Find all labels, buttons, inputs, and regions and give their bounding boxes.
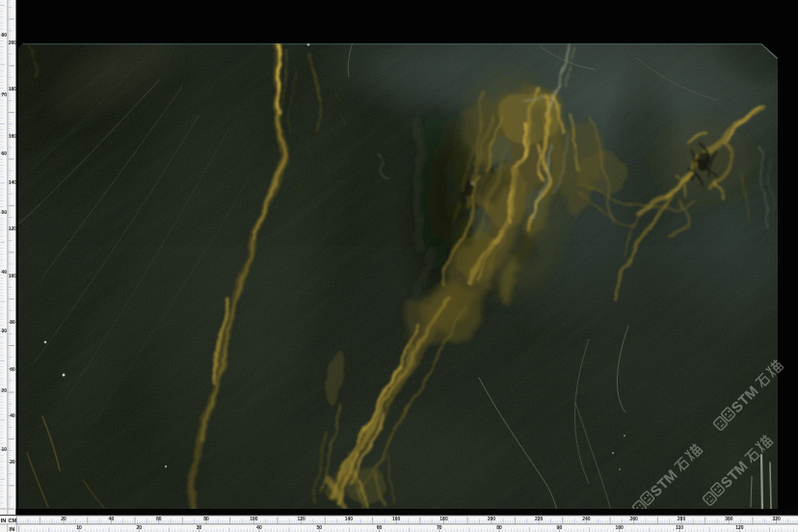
svg-text:280: 280: [678, 516, 686, 521]
svg-text:60: 60: [377, 524, 383, 530]
svg-text:120: 120: [297, 516, 306, 521]
svg-text:180: 180: [9, 87, 16, 92]
svg-text:160: 160: [392, 516, 401, 521]
svg-text:120: 120: [9, 226, 16, 231]
svg-text:120: 120: [735, 524, 744, 530]
svg-text:80: 80: [496, 524, 502, 530]
svg-text:200: 200: [488, 516, 496, 521]
svg-text:100: 100: [616, 524, 625, 530]
svg-text:40: 40: [2, 270, 8, 275]
svg-text:30: 30: [2, 329, 8, 333]
svg-text:50: 50: [2, 210, 8, 215]
svg-text:CM: CM: [8, 518, 16, 523]
svg-text:10: 10: [76, 524, 82, 530]
svg-text:180: 180: [439, 516, 448, 521]
svg-text:220: 220: [535, 516, 544, 521]
svg-text:100: 100: [250, 516, 258, 521]
svg-text:40: 40: [109, 516, 115, 521]
svg-text:60: 60: [156, 516, 162, 521]
svg-text:70: 70: [437, 524, 442, 530]
svg-text:260: 260: [630, 516, 639, 521]
svg-text:90: 90: [557, 524, 563, 530]
svg-text:20: 20: [61, 516, 66, 521]
svg-text:IN: IN: [1, 518, 7, 523]
svg-text:40: 40: [256, 524, 262, 530]
svg-text:140: 140: [345, 516, 354, 521]
svg-text:240: 240: [582, 516, 591, 521]
svg-text:80: 80: [10, 320, 15, 325]
svg-text:70: 70: [2, 93, 8, 97]
svg-text:300: 300: [725, 516, 733, 521]
svg-text:IN: IN: [10, 526, 15, 532]
svg-text:140: 140: [9, 180, 16, 185]
svg-text:10: 10: [2, 447, 8, 452]
svg-text:320: 320: [772, 516, 781, 521]
svg-text:20: 20: [137, 524, 143, 530]
svg-text:100: 100: [9, 274, 16, 279]
svg-text:20: 20: [2, 388, 8, 393]
svg-text:200: 200: [9, 40, 16, 45]
svg-text:110: 110: [676, 524, 683, 530]
svg-text:80: 80: [203, 516, 209, 521]
svg-text:160: 160: [9, 134, 16, 139]
svg-text:80: 80: [2, 33, 8, 38]
svg-text:40: 40: [10, 413, 15, 418]
svg-text:20: 20: [10, 460, 15, 465]
svg-text:60: 60: [2, 151, 8, 156]
svg-text:30: 30: [197, 524, 202, 530]
svg-text:60: 60: [10, 367, 15, 372]
svg-text:50: 50: [316, 524, 322, 530]
